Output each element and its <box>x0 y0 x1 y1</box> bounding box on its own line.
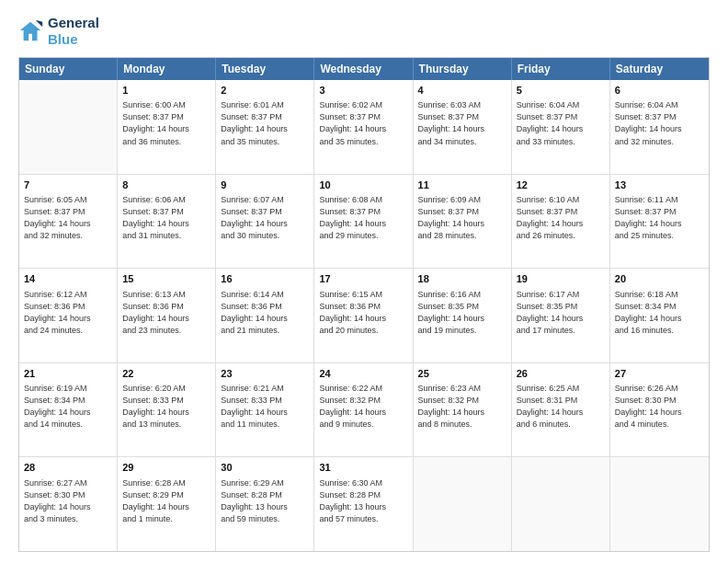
cal-cell: 22Sunrise: 6:20 AMSunset: 8:33 PMDayligh… <box>118 363 216 457</box>
cell-line: Sunset: 8:35 PM <box>517 301 605 313</box>
cell-line: Sunset: 8:37 PM <box>221 111 309 123</box>
cal-cell: 23Sunrise: 6:21 AMSunset: 8:33 PMDayligh… <box>216 363 314 457</box>
cell-line: Daylight: 14 hours <box>517 123 605 135</box>
day-number: 7 <box>24 178 112 192</box>
day-number: 27 <box>615 367 704 381</box>
cell-line: Daylight: 14 hours <box>517 407 605 419</box>
day-number: 20 <box>615 272 704 286</box>
cell-line: and 32 minutes. <box>24 230 112 242</box>
day-number: 26 <box>517 367 605 381</box>
cell-line: and 16 minutes. <box>615 325 704 337</box>
cell-line: Sunset: 8:37 PM <box>24 206 112 218</box>
cell-line: Sunrise: 6:01 AM <box>221 99 309 111</box>
cal-cell: 16Sunrise: 6:14 AMSunset: 8:36 PMDayligh… <box>216 269 314 362</box>
cell-line: and 9 minutes. <box>319 419 407 431</box>
day-number: 21 <box>24 367 112 381</box>
cell-line: and 59 minutes. <box>221 513 309 525</box>
cal-cell <box>414 457 512 551</box>
cell-line: Daylight: 14 hours <box>122 313 210 325</box>
cell-line: and 32 minutes. <box>615 136 704 148</box>
cell-line: Daylight: 13 hours <box>319 501 407 513</box>
cell-line: Sunrise: 6:22 AM <box>319 383 407 395</box>
day-number: 4 <box>418 84 506 98</box>
cell-line: Sunset: 8:37 PM <box>615 111 704 123</box>
cell-line: Daylight: 14 hours <box>615 313 704 325</box>
cell-line: Daylight: 14 hours <box>517 313 605 325</box>
cal-cell: 12Sunrise: 6:10 AMSunset: 8:37 PMDayligh… <box>512 175 610 269</box>
cell-line: Sunrise: 6:05 AM <box>24 194 112 206</box>
logo-icon <box>18 18 44 44</box>
cal-cell: 9Sunrise: 6:07 AMSunset: 8:37 PMDaylight… <box>216 175 314 269</box>
cell-line: and 14 minutes. <box>24 419 112 431</box>
cal-cell: 27Sunrise: 6:26 AMSunset: 8:30 PMDayligh… <box>610 363 709 457</box>
cal-header-monday: Monday <box>118 58 216 80</box>
cell-line: Daylight: 13 hours <box>221 501 309 513</box>
cell-line: and 13 minutes. <box>122 419 210 431</box>
cell-line: Sunrise: 6:11 AM <box>615 194 704 206</box>
svg-marker-0 <box>20 22 40 41</box>
day-number: 8 <box>122 178 210 192</box>
day-number: 24 <box>319 367 407 381</box>
cell-line: Sunrise: 6:27 AM <box>24 477 112 489</box>
cal-cell: 19Sunrise: 6:17 AMSunset: 8:35 PMDayligh… <box>512 269 610 362</box>
cell-line: Daylight: 14 hours <box>615 407 704 419</box>
cell-line: Sunset: 8:36 PM <box>24 301 112 313</box>
cal-cell: 6Sunrise: 6:04 AMSunset: 8:37 PMDaylight… <box>610 80 709 174</box>
cell-line: Sunrise: 6:17 AM <box>517 289 605 301</box>
cell-line: Sunset: 8:31 PM <box>517 395 605 407</box>
day-number: 16 <box>221 272 309 286</box>
cell-line: Daylight: 14 hours <box>221 407 309 419</box>
cell-line: and 31 minutes. <box>122 230 210 242</box>
cal-cell: 30Sunrise: 6:29 AMSunset: 8:28 PMDayligh… <box>216 457 314 551</box>
cal-cell: 2Sunrise: 6:01 AMSunset: 8:37 PMDaylight… <box>216 80 314 174</box>
cal-header-saturday: Saturday <box>610 58 709 80</box>
cell-line: Daylight: 14 hours <box>122 501 210 513</box>
cell-line: Daylight: 14 hours <box>615 218 704 230</box>
cal-cell: 7Sunrise: 6:05 AMSunset: 8:37 PMDaylight… <box>19 175 118 269</box>
cell-line: Sunrise: 6:29 AM <box>221 477 309 489</box>
cal-cell: 17Sunrise: 6:15 AMSunset: 8:36 PMDayligh… <box>314 269 413 362</box>
svg-marker-1 <box>36 20 42 27</box>
cell-line: and 24 minutes. <box>24 325 112 337</box>
cell-line: Sunrise: 6:09 AM <box>418 194 506 206</box>
header: General Blue <box>18 15 710 48</box>
cal-cell: 3Sunrise: 6:02 AMSunset: 8:37 PMDaylight… <box>314 80 413 174</box>
cell-line: Sunrise: 6:02 AM <box>319 99 407 111</box>
cell-line: Sunrise: 6:20 AM <box>122 383 210 395</box>
cell-line: and 17 minutes. <box>517 325 605 337</box>
day-number: 11 <box>418 178 506 192</box>
cell-line: Sunset: 8:36 PM <box>319 301 407 313</box>
cal-cell: 5Sunrise: 6:04 AMSunset: 8:37 PMDaylight… <box>512 80 610 174</box>
cell-line: Sunrise: 6:13 AM <box>122 289 210 301</box>
cell-line: Daylight: 14 hours <box>418 407 506 419</box>
cal-cell: 15Sunrise: 6:13 AMSunset: 8:36 PMDayligh… <box>118 269 216 362</box>
cal-cell: 10Sunrise: 6:08 AMSunset: 8:37 PMDayligh… <box>314 175 413 269</box>
cal-cell: 26Sunrise: 6:25 AMSunset: 8:31 PMDayligh… <box>512 363 610 457</box>
day-number: 3 <box>319 84 407 98</box>
cell-line: Sunrise: 6:25 AM <box>517 383 605 395</box>
cell-line: Daylight: 14 hours <box>319 218 407 230</box>
cell-line: and 26 minutes. <box>517 230 605 242</box>
cell-line: Sunrise: 6:23 AM <box>418 383 506 395</box>
cell-line: Daylight: 14 hours <box>418 123 506 135</box>
cal-header-sunday: Sunday <box>19 58 118 80</box>
cell-line: Sunrise: 6:15 AM <box>319 289 407 301</box>
cell-line: Daylight: 14 hours <box>24 501 112 513</box>
day-number: 25 <box>418 367 506 381</box>
cal-header-wednesday: Wednesday <box>314 58 413 80</box>
calendar-body: 1Sunrise: 6:00 AMSunset: 8:37 PMDaylight… <box>19 80 709 551</box>
cell-line: and 20 minutes. <box>319 325 407 337</box>
cell-line: Sunrise: 6:14 AM <box>221 289 309 301</box>
cell-line: Sunset: 8:33 PM <box>122 395 210 407</box>
cell-line: Daylight: 14 hours <box>122 407 210 419</box>
cell-line: Sunrise: 6:03 AM <box>418 99 506 111</box>
cell-line: and 30 minutes. <box>221 230 309 242</box>
cell-line: Sunrise: 6:12 AM <box>24 289 112 301</box>
cal-cell: 4Sunrise: 6:03 AMSunset: 8:37 PMDaylight… <box>414 80 512 174</box>
cell-line: and 35 minutes. <box>221 136 309 148</box>
day-number: 18 <box>418 272 506 286</box>
day-number: 17 <box>319 272 407 286</box>
day-number: 12 <box>517 178 605 192</box>
cell-line: Daylight: 14 hours <box>615 123 704 135</box>
cal-row-2: 14Sunrise: 6:12 AMSunset: 8:36 PMDayligh… <box>19 269 709 363</box>
